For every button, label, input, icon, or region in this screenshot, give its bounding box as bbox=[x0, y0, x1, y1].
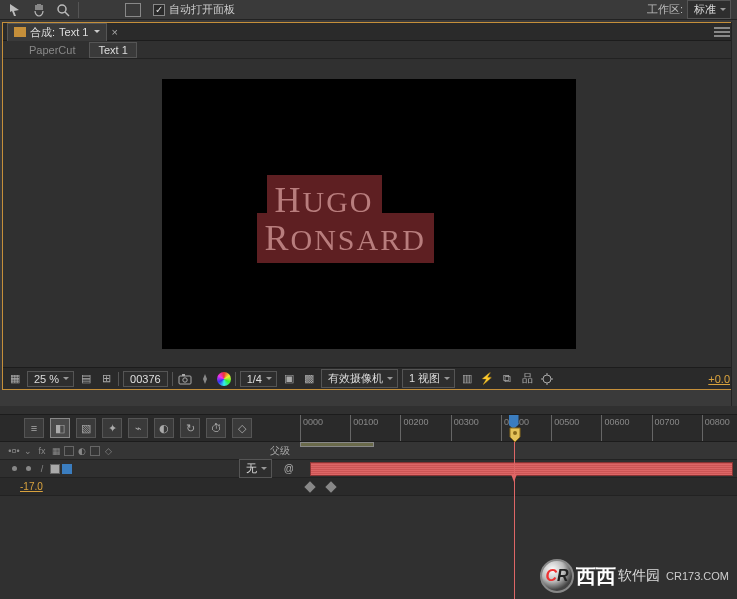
viewport-area: HUGO RONSARD bbox=[3, 61, 734, 367]
composition-panel: 合成: Text 1 × PaperCut Text 1 HUGO RONSAR… bbox=[2, 22, 735, 390]
reset-exposure-icon[interactable] bbox=[539, 371, 555, 387]
work-area-bar[interactable] bbox=[300, 442, 374, 447]
shy-icon[interactable]: ⌄ bbox=[22, 445, 34, 457]
grid-icon[interactable]: ▤ bbox=[78, 371, 94, 387]
svg-point-5 bbox=[543, 375, 551, 383]
svg-point-3 bbox=[182, 377, 186, 381]
guides-icon[interactable]: ⊞ bbox=[98, 371, 114, 387]
flowchart-icon[interactable]: 品 bbox=[519, 371, 535, 387]
separator bbox=[118, 372, 119, 386]
resolution-dropdown[interactable]: 1/4 bbox=[240, 371, 277, 387]
color-management-icon[interactable] bbox=[217, 372, 231, 386]
exposure-value[interactable]: +0.0 bbox=[708, 373, 730, 385]
draft-3d-icon[interactable]: ◐ bbox=[154, 418, 174, 438]
svg-point-6 bbox=[513, 431, 517, 435]
transparency-grid-icon[interactable]: ▩ bbox=[301, 371, 317, 387]
lock-switch-icon[interactable] bbox=[50, 464, 60, 474]
parent-value: 无 bbox=[246, 462, 257, 474]
panel-layout-icon[interactable] bbox=[125, 3, 141, 17]
magnification-value: 25 % bbox=[34, 373, 59, 385]
video-switch-icon[interactable] bbox=[8, 463, 20, 475]
timeline-ruler[interactable]: 0000001000020000300004000050000600007000… bbox=[300, 414, 737, 442]
zoom-tool-icon[interactable] bbox=[54, 1, 72, 19]
cti-caret-icon bbox=[511, 474, 517, 482]
auto-keyframe-icon[interactable]: ◇ bbox=[232, 418, 252, 438]
av-icon[interactable]: •¤• bbox=[8, 445, 20, 457]
workspace-value: 标准 bbox=[694, 3, 716, 15]
always-preview-icon[interactable]: ▦ bbox=[7, 371, 23, 387]
svg-rect-4 bbox=[182, 374, 185, 376]
svg-rect-2 bbox=[179, 376, 191, 384]
watermark-logo: CR bbox=[540, 559, 574, 593]
watermark: CR 西西 软件园 CR173.COM bbox=[540, 559, 729, 593]
brainstorm-icon[interactable]: ✦ bbox=[102, 418, 122, 438]
motion-blur-toggle-icon[interactable]: ▧ bbox=[76, 418, 96, 438]
composition-tab-prefix: 合成: bbox=[30, 25, 55, 40]
roi-icon[interactable]: ▣ bbox=[281, 371, 297, 387]
fx-icon[interactable]: fx bbox=[36, 445, 48, 457]
workspace-dropdown[interactable]: 标准 bbox=[687, 0, 731, 19]
graph-editor-icon[interactable]: ⌁ bbox=[128, 418, 148, 438]
current-frame-indicator[interactable]: 00376 bbox=[123, 371, 168, 387]
views-dropdown[interactable]: 1 视图 bbox=[402, 369, 455, 388]
chevron-down-icon[interactable] bbox=[92, 26, 100, 38]
checkbox-icon bbox=[153, 4, 165, 16]
frame-blend-icon[interactable]: ▦ bbox=[50, 445, 62, 457]
fast-previews-icon[interactable]: ⚡ bbox=[479, 371, 495, 387]
adjustment-icon[interactable]: ◐ bbox=[76, 445, 88, 457]
audio-switch-icon[interactable] bbox=[22, 463, 34, 475]
composition-viewport[interactable]: HUGO RONSARD bbox=[162, 79, 576, 349]
separator bbox=[235, 372, 236, 386]
flowchart-breadcrumb: PaperCut Text 1 bbox=[3, 41, 734, 59]
frame-blend-toggle-icon[interactable]: ◧ bbox=[50, 418, 70, 438]
views-value: 1 视图 bbox=[409, 372, 440, 384]
layer-switches: / bbox=[8, 463, 72, 475]
ruler-tick: 00100 bbox=[350, 415, 378, 441]
auto-open-panel-label: 自动打开面板 bbox=[169, 2, 235, 17]
motion-blur-col-icon[interactable] bbox=[64, 446, 74, 456]
shy-toggle-icon[interactable]: ≡ bbox=[24, 418, 44, 438]
keyframe-diamond-icon[interactable] bbox=[304, 481, 315, 492]
composition-tab-bar: 合成: Text 1 × bbox=[3, 23, 734, 41]
collapse-icon[interactable]: ◇ bbox=[102, 445, 114, 457]
active-camera-value: 有效摄像机 bbox=[328, 372, 383, 384]
breadcrumb-item[interactable]: PaperCut bbox=[21, 43, 83, 57]
live-update-icon[interactable]: ↻ bbox=[180, 418, 200, 438]
svg-point-0 bbox=[58, 5, 66, 13]
ruler-tick: 00800 bbox=[702, 415, 730, 441]
parent-dropdown[interactable]: 无 bbox=[239, 459, 272, 478]
keyframe-diamond-icon[interactable] bbox=[326, 481, 337, 492]
application-toolbar: 自动打开面板 工作区: 标准 bbox=[0, 0, 737, 20]
pixel-aspect-icon[interactable]: ▥ bbox=[459, 371, 475, 387]
timeline-icon[interactable]: ⧉ bbox=[499, 371, 515, 387]
solo-switch-icon[interactable]: / bbox=[36, 463, 48, 475]
hand-tool-icon[interactable] bbox=[30, 1, 48, 19]
timeline-header-buttons: ≡ ◧ ▧ ✦ ⌁ ◐ ↻ ⏱ ◇ bbox=[0, 414, 300, 442]
composition-tab-title: Text 1 bbox=[59, 26, 88, 38]
workspace-label: 工作区: bbox=[647, 2, 683, 17]
close-tab-icon[interactable]: × bbox=[111, 26, 117, 38]
keyframe-lane[interactable] bbox=[300, 478, 737, 495]
breadcrumb-item-active[interactable]: Text 1 bbox=[89, 42, 136, 58]
stopwatch-icon[interactable]: ⏱ bbox=[206, 418, 226, 438]
ruler-tick: 00500 bbox=[551, 415, 579, 441]
composition-tab[interactable]: 合成: Text 1 bbox=[7, 23, 107, 41]
active-camera-dropdown[interactable]: 有效摄像机 bbox=[321, 369, 398, 388]
3d-layer-icon[interactable] bbox=[90, 446, 100, 456]
layer-duration-bar[interactable] bbox=[310, 462, 733, 476]
current-time-indicator-line[interactable] bbox=[514, 442, 515, 599]
label-swatch[interactable] bbox=[62, 464, 72, 474]
magnification-dropdown[interactable]: 25 % bbox=[27, 371, 74, 387]
snapshot-icon[interactable] bbox=[177, 371, 193, 387]
composition-marker-icon[interactable] bbox=[509, 427, 521, 443]
show-channel-icon[interactable] bbox=[197, 371, 213, 387]
parent-pickwhip-icon[interactable]: @ bbox=[284, 463, 294, 474]
selection-tool-icon[interactable] bbox=[6, 1, 24, 19]
svg-line-1 bbox=[65, 12, 69, 16]
property-value[interactable]: -17.0 bbox=[20, 481, 43, 492]
watermark-url: CR173.COM bbox=[666, 570, 729, 582]
auto-open-panel-checkbox[interactable]: 自动打开面板 bbox=[153, 2, 235, 17]
toolbar-separator bbox=[78, 2, 79, 18]
timeline-property-row: -17.0 bbox=[0, 478, 737, 496]
panel-menu-icon[interactable] bbox=[714, 25, 730, 37]
